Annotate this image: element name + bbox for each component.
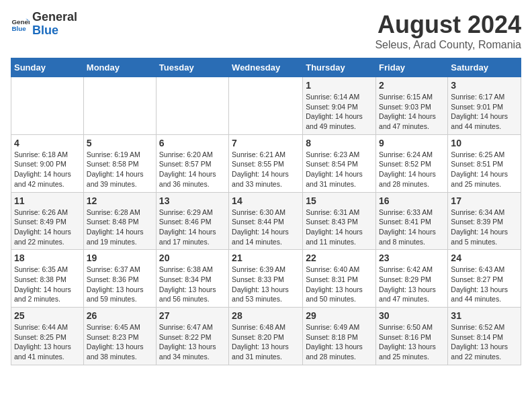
day-info: Sunrise: 6:52 AM Sunset: 8:14 PM Dayligh…	[451, 322, 518, 362]
day-info: Sunrise: 6:25 AM Sunset: 8:51 PM Dayligh…	[451, 150, 518, 189]
day-cell: 5Sunrise: 6:19 AM Sunset: 8:58 PM Daylig…	[83, 134, 156, 192]
day-cell: 28Sunrise: 6:48 AM Sunset: 8:20 PM Dayli…	[229, 308, 303, 365]
day-number: 28	[232, 310, 300, 321]
logo-blue: Blue	[32, 24, 77, 38]
day-info: Sunrise: 6:45 AM Sunset: 8:23 PM Dayligh…	[87, 322, 153, 362]
day-cell: 26Sunrise: 6:45 AM Sunset: 8:23 PM Dayli…	[83, 308, 156, 365]
day-info: Sunrise: 6:40 AM Sunset: 8:31 PM Dayligh…	[306, 265, 373, 304]
day-info: Sunrise: 6:28 AM Sunset: 8:48 PM Dayligh…	[87, 208, 153, 247]
day-cell: 12Sunrise: 6:28 AM Sunset: 8:48 PM Dayli…	[83, 192, 156, 250]
header-cell-monday: Monday	[83, 58, 156, 77]
day-number: 17	[451, 195, 518, 206]
day-cell: 16Sunrise: 6:33 AM Sunset: 8:41 PM Dayli…	[376, 192, 448, 250]
day-number: 20	[159, 253, 226, 263]
day-number: 26	[87, 310, 153, 321]
day-cell: 3Sunrise: 6:17 AM Sunset: 9:01 PM Daylig…	[448, 77, 521, 135]
header-cell-tuesday: Tuesday	[156, 58, 228, 77]
day-info: Sunrise: 6:44 AM Sunset: 8:25 PM Dayligh…	[14, 322, 81, 362]
day-number: 14	[232, 195, 300, 206]
day-cell: 9Sunrise: 6:24 AM Sunset: 8:52 PM Daylig…	[376, 134, 448, 192]
day-number: 11	[14, 195, 81, 206]
day-info: Sunrise: 6:21 AM Sunset: 8:55 PM Dayligh…	[232, 150, 300, 189]
day-number: 13	[159, 195, 226, 206]
day-cell: 4Sunrise: 6:18 AM Sunset: 9:00 PM Daylig…	[11, 134, 84, 192]
day-number: 16	[379, 195, 445, 206]
day-number: 1	[306, 80, 373, 91]
day-number: 6	[159, 138, 226, 148]
day-cell: 24Sunrise: 6:43 AM Sunset: 8:27 PM Dayli…	[448, 250, 521, 308]
day-info: Sunrise: 6:17 AM Sunset: 9:01 PM Dayligh…	[451, 92, 518, 132]
day-cell: 23Sunrise: 6:42 AM Sunset: 8:29 PM Dayli…	[376, 250, 448, 308]
day-info: Sunrise: 6:23 AM Sunset: 8:54 PM Dayligh…	[306, 150, 373, 189]
logo: General Blue General Blue	[11, 11, 77, 38]
day-cell: 27Sunrise: 6:47 AM Sunset: 8:22 PM Dayli…	[156, 308, 228, 365]
day-cell	[229, 77, 303, 135]
day-cell: 14Sunrise: 6:30 AM Sunset: 8:44 PM Dayli…	[229, 192, 303, 250]
day-number: 21	[232, 253, 300, 263]
day-cell: 22Sunrise: 6:40 AM Sunset: 8:31 PM Dayli…	[303, 250, 376, 308]
day-cell: 31Sunrise: 6:52 AM Sunset: 8:14 PM Dayli…	[448, 308, 521, 365]
day-number: 10	[451, 138, 518, 148]
day-number: 31	[451, 310, 518, 321]
day-number: 23	[379, 253, 445, 263]
day-cell: 8Sunrise: 6:23 AM Sunset: 8:54 PM Daylig…	[303, 134, 376, 192]
header-cell-wednesday: Wednesday	[229, 58, 303, 77]
day-number: 8	[306, 138, 373, 148]
header-cell-sunday: Sunday	[11, 58, 84, 77]
day-cell: 21Sunrise: 6:39 AM Sunset: 8:33 PM Dayli…	[229, 250, 303, 308]
day-info: Sunrise: 6:35 AM Sunset: 8:38 PM Dayligh…	[14, 265, 81, 304]
header-cell-saturday: Saturday	[448, 58, 521, 77]
week-row-4: 18Sunrise: 6:35 AM Sunset: 8:38 PM Dayli…	[11, 250, 521, 308]
logo-icon: General Blue	[11, 15, 30, 34]
day-cell: 17Sunrise: 6:34 AM Sunset: 8:39 PM Dayli…	[448, 192, 521, 250]
header-row: SundayMondayTuesdayWednesdayThursdayFrid…	[11, 58, 521, 77]
day-cell	[156, 77, 228, 135]
day-cell: 15Sunrise: 6:31 AM Sunset: 8:43 PM Dayli…	[303, 192, 376, 250]
week-row-2: 4Sunrise: 6:18 AM Sunset: 9:00 PM Daylig…	[11, 134, 521, 192]
day-info: Sunrise: 6:43 AM Sunset: 8:27 PM Dayligh…	[451, 265, 518, 304]
day-cell: 11Sunrise: 6:26 AM Sunset: 8:49 PM Dayli…	[11, 192, 84, 250]
day-number: 22	[306, 253, 373, 263]
day-info: Sunrise: 6:14 AM Sunset: 9:04 PM Dayligh…	[306, 92, 373, 132]
day-number: 5	[87, 138, 153, 148]
calendar-table: SundayMondayTuesdayWednesdayThursdayFrid…	[11, 58, 521, 365]
page-subtitle: Seleus, Arad County, Romania	[375, 39, 521, 51]
day-number: 3	[451, 80, 518, 91]
day-number: 24	[451, 253, 518, 263]
header-cell-friday: Friday	[376, 58, 448, 77]
day-info: Sunrise: 6:34 AM Sunset: 8:39 PM Dayligh…	[451, 208, 518, 247]
title-area: August 2024 Seleus, Arad County, Romania	[375, 11, 521, 51]
day-cell: 20Sunrise: 6:38 AM Sunset: 8:34 PM Dayli…	[156, 250, 228, 308]
day-info: Sunrise: 6:26 AM Sunset: 8:49 PM Dayligh…	[14, 208, 81, 247]
day-cell: 6Sunrise: 6:20 AM Sunset: 8:57 PM Daylig…	[156, 134, 228, 192]
week-row-1: 1Sunrise: 6:14 AM Sunset: 9:04 PM Daylig…	[11, 77, 521, 135]
day-number: 4	[14, 138, 81, 148]
day-cell: 18Sunrise: 6:35 AM Sunset: 8:38 PM Dayli…	[11, 250, 84, 308]
svg-text:Blue: Blue	[11, 25, 26, 32]
day-cell: 1Sunrise: 6:14 AM Sunset: 9:04 PM Daylig…	[303, 77, 376, 135]
day-info: Sunrise: 6:47 AM Sunset: 8:22 PM Dayligh…	[159, 322, 226, 362]
day-cell: 2Sunrise: 6:15 AM Sunset: 9:03 PM Daylig…	[376, 77, 448, 135]
day-cell	[11, 77, 84, 135]
day-number: 18	[14, 253, 81, 263]
day-info: Sunrise: 6:37 AM Sunset: 8:36 PM Dayligh…	[87, 265, 153, 304]
day-info: Sunrise: 6:20 AM Sunset: 8:57 PM Dayligh…	[159, 150, 226, 189]
day-info: Sunrise: 6:19 AM Sunset: 8:58 PM Dayligh…	[87, 150, 153, 189]
day-cell: 29Sunrise: 6:49 AM Sunset: 8:18 PM Dayli…	[303, 308, 376, 365]
header: General Blue General Blue August 2024 Se…	[11, 11, 521, 51]
day-number: 30	[379, 310, 445, 321]
day-number: 15	[306, 195, 373, 206]
day-cell: 25Sunrise: 6:44 AM Sunset: 8:25 PM Dayli…	[11, 308, 84, 365]
logo-general: General	[32, 11, 77, 24]
day-info: Sunrise: 6:42 AM Sunset: 8:29 PM Dayligh…	[379, 265, 445, 304]
day-info: Sunrise: 6:33 AM Sunset: 8:41 PM Dayligh…	[379, 208, 445, 247]
day-info: Sunrise: 6:29 AM Sunset: 8:46 PM Dayligh…	[159, 208, 226, 247]
day-cell: 30Sunrise: 6:50 AM Sunset: 8:16 PM Dayli…	[376, 308, 448, 365]
day-info: Sunrise: 6:18 AM Sunset: 9:00 PM Dayligh…	[14, 150, 81, 189]
day-number: 19	[87, 253, 153, 263]
day-number: 2	[379, 80, 445, 91]
day-cell: 7Sunrise: 6:21 AM Sunset: 8:55 PM Daylig…	[229, 134, 303, 192]
day-cell: 19Sunrise: 6:37 AM Sunset: 8:36 PM Dayli…	[83, 250, 156, 308]
day-info: Sunrise: 6:15 AM Sunset: 9:03 PM Dayligh…	[379, 92, 445, 132]
page-title: August 2024	[375, 11, 521, 39]
